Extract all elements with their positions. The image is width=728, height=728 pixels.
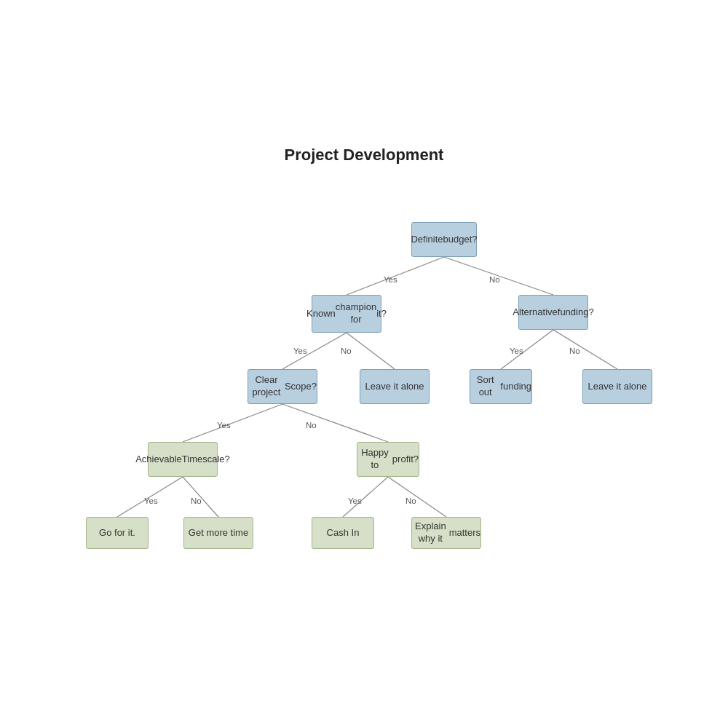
svg-line-5 [553, 330, 617, 369]
edge-label-no5: No [191, 496, 202, 505]
node-definite_budget: Definitebudget? [411, 222, 477, 257]
node-get_more_time: Get more time [183, 517, 253, 549]
edge-label-no6: No [405, 496, 416, 505]
edge-label-yes1: Yes [384, 275, 397, 284]
connector-lines [0, 0, 728, 728]
node-sort_out_funding: Sort outfunding [470, 369, 532, 404]
svg-line-7 [282, 404, 388, 442]
node-go_for_it: Go for it. [86, 517, 149, 549]
svg-line-6 [183, 404, 282, 442]
node-known_champion: Knownchampion forit? [312, 295, 381, 333]
node-leave_alone_1: Leave it alone [360, 369, 430, 404]
node-cash_in: Cash In [312, 517, 374, 549]
svg-line-3 [347, 333, 395, 369]
edge-label-no3: No [569, 347, 580, 355]
node-explain_matters: Explain why itmatters [411, 517, 481, 549]
edge-label-yes6: Yes [348, 496, 362, 505]
diagram-container: Project Development Definitebudget?Known… [0, 0, 728, 728]
edge-label-no4: No [306, 421, 317, 430]
node-achievable_timescale: AchievableTimescale? [148, 442, 218, 477]
edge-label-yes5: Yes [144, 496, 158, 505]
node-alternative_funding: Alternativefunding? [518, 295, 588, 330]
edge-label-no1: No [489, 275, 500, 284]
edge-label-yes2: Yes [293, 347, 307, 355]
page-title: Project Development [285, 146, 444, 165]
edge-label-yes4: Yes [217, 421, 231, 430]
svg-line-2 [282, 333, 347, 369]
node-leave_alone_2: Leave it alone [582, 369, 652, 404]
node-clear_project_scope: Clear projectScope? [248, 369, 317, 404]
edge-label-no2: No [341, 347, 352, 355]
edge-label-yes3: Yes [510, 347, 523, 355]
svg-line-4 [501, 330, 553, 369]
node-happy_to_profit: Happy toprofit? [357, 442, 419, 477]
svg-line-11 [388, 477, 446, 517]
